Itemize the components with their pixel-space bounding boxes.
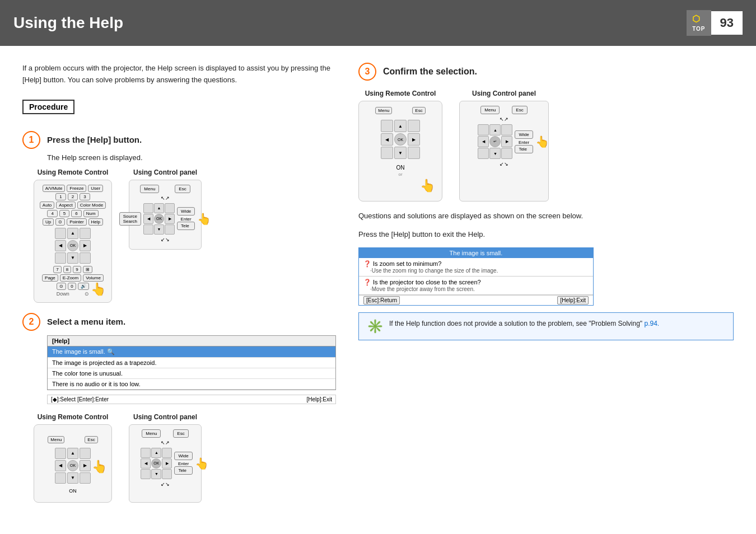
step-2-title: Select a menu item. <box>47 317 125 326</box>
remote-control-3: Menu Esc ▲ ◀ OK ▶ ▼ <box>358 101 442 202</box>
step-3-remote: Using Remote Control Menu Esc ▲ ◀ OK ▶ <box>358 90 442 202</box>
step-3-title: Confirm the selection. <box>383 67 477 77</box>
procedure-box: Procedure <box>22 100 74 114</box>
help-menu-item-2: The color tone is unusual. <box>48 368 335 379</box>
help-menu-item-3: There is no audio or it is too low. <box>48 379 335 390</box>
tip-text: If the Help function does not provide a … <box>389 320 642 327</box>
tip-content: If the Help function does not provide a … <box>389 318 659 329</box>
tip-link[interactable]: p.94. <box>644 320 659 327</box>
ctrl-panel-1: Menu Esc ↖↗ Source Search ▲ ◀ <box>129 180 202 250</box>
step-2-remote-label: Using Remote Control <box>34 413 112 421</box>
header-logo: ⬡ TOP <box>687 10 711 36</box>
remote-hand-3: 👆 <box>420 179 435 193</box>
step-2-header: 2 Select a menu item. <box>22 313 336 331</box>
remote-hand-2: 👆 <box>92 460 107 474</box>
help-screen-footer: [Esc]:Return [Help]:Exit <box>359 295 593 305</box>
selected-icon: 🔍 <box>107 348 115 355</box>
step-2-ctrl: Using Control panel Menu Esc ↖↗ SrSr ▲ <box>129 413 202 503</box>
exit-hint: [Help]:Exit <box>306 396 332 402</box>
help-screen-title: The image is small. <box>359 248 593 258</box>
page-number-box: 93 <box>711 11 743 35</box>
help-menu: [Help] The image is small. 🔍 The image i… <box>47 335 336 390</box>
left-column: If a problem occurs with the projector, … <box>22 63 336 513</box>
tip-icon: ✳️ <box>367 318 384 334</box>
help-exit-btn: [Help]:Exit <box>557 296 589 305</box>
q-icon-1: ❓ <box>363 279 373 285</box>
select-hint: [◆]:Select [Enter]:Enter <box>51 396 109 402</box>
step-1-ctrl-panel: Using Control panel Menu Esc ↖↗ Source S… <box>129 168 202 250</box>
tip-box: ✳️ If the Help function does not provide… <box>358 312 734 340</box>
ctrl-panel-3: Menu Esc ↖↗ SrSr ▲ ◀ ↵ ▶ <box>459 101 549 202</box>
help-screen-item-1: ❓ Is the projector too close to the scre… <box>359 277 593 295</box>
ctrl-hand-1: 👆 <box>197 212 211 226</box>
help-exit-hint: [Help]:Exit <box>557 297 589 303</box>
step-2-ctrl-label: Using Control panel <box>129 413 202 421</box>
step-3-ctrl: Using Control panel Menu Esc ↖↗ SrSr ▲ <box>459 90 549 202</box>
step-3-remote-label: Using Remote Control <box>358 90 442 97</box>
step-1-remote-panel: Using Remote Control A/VMute Freeze User… <box>34 168 112 303</box>
remote-control-1: A/VMute Freeze User 1 2 3 Auto Aspect Co… <box>34 180 112 303</box>
help-screen-display: The image is small. ❓ Is zoom set to min… <box>358 247 594 306</box>
header: Using the Help ⬡ TOP 93 <box>0 0 756 46</box>
help-hints-row: [◆]:Select [Enter]:Enter [Help]:Exit <box>47 395 336 404</box>
help-menu-item-0: The image is small. 🔍 <box>48 346 335 358</box>
ctrl-panel-2: Menu Esc ↖↗ SrSr ▲ ◀ OK ▶ <box>129 424 202 503</box>
help-screen-answer-0: ·Use the zoom ring to change the size of… <box>370 268 589 274</box>
step-1-ctrl-label: Using Control panel <box>129 168 202 176</box>
step-1-sub: The Help screen is displayed. <box>47 153 336 162</box>
help-menu-item-1: The image is projected as a trapezoid. <box>48 358 335 368</box>
esc-hint: [Esc]:Return <box>363 297 400 303</box>
header-logo-block: ⬡ TOP <box>687 10 711 36</box>
right-column: 3 Confirm the selection. Using Remote Co… <box>358 63 734 513</box>
help-menu-header: [Help] <box>48 336 335 346</box>
q-icon-0: ❓ <box>363 260 373 267</box>
ctrl-hand-3: 👆 <box>535 135 549 148</box>
step-3-ctrl-label: Using Control panel <box>459 90 549 97</box>
esc-btn: [Esc]:Return <box>363 296 400 305</box>
remote-control-2: Menu Esc ▲ ◀ OK ▶ ▼ <box>34 424 112 503</box>
page-title: Using the Help <box>13 14 123 32</box>
remote-hand-1: 👆 <box>91 282 106 297</box>
ctrl-hand-2: 👆 <box>195 457 209 470</box>
help-screen-item-0: ❓ Is zoom set to minimum? ·Use the zoom … <box>359 258 593 277</box>
step-1-header: 1 Press the [Help] button. <box>22 131 336 149</box>
step-1-panels: Using Remote Control A/VMute Freeze User… <box>34 168 336 303</box>
step-3-panels: Using Remote Control Menu Esc ▲ ◀ OK ▶ <box>358 90 734 202</box>
step-2-remote: Using Remote Control Menu Esc ▲ ◀ OK ▶ <box>34 413 112 503</box>
help-screen-answer-1: ·Move the projector away from the screen… <box>370 286 589 292</box>
step-2-panels: Using Remote Control Menu Esc ▲ ◀ OK ▶ <box>34 413 336 503</box>
page-number: 93 <box>720 16 734 30</box>
step-2-circle: 2 <box>22 313 40 331</box>
confirm-text-1: Questions and solutions are displayed as… <box>358 210 734 222</box>
step-3-circle: 3 <box>358 63 376 81</box>
step-1-remote-label: Using Remote Control <box>34 168 112 176</box>
intro-text: If a problem occurs with the projector, … <box>22 63 336 86</box>
step-1-circle: 1 <box>22 131 40 149</box>
step-1-title: Press the [Help] button. <box>47 135 142 144</box>
step-3-header: 3 Confirm the selection. <box>358 63 734 81</box>
header-right: ⬡ TOP 93 <box>687 10 743 36</box>
confirm-text-2: Press the [Help] button to exit the Help… <box>358 229 734 241</box>
